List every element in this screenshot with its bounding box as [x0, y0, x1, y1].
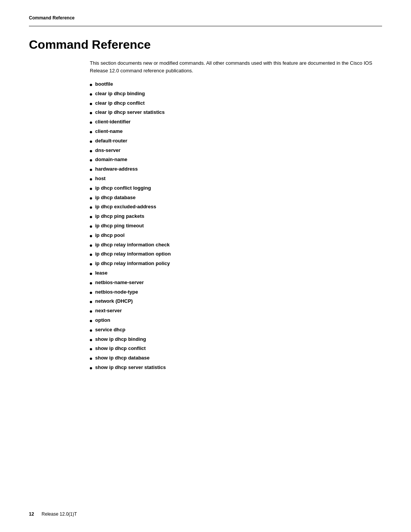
list-item: ip dhcp ping packets [90, 212, 382, 220]
bullet-icon [90, 367, 92, 369]
bullet-icon [90, 225, 92, 228]
list-item-text: netbios-node-type [95, 288, 138, 296]
list-item: dns-server [90, 147, 382, 155]
list-item: ip dhcp excluded-address [90, 203, 382, 211]
bullet-icon [90, 141, 92, 143]
list-item-text: show ip dhcp server statistics [95, 364, 166, 372]
list-item-text: clear ip dhcp conflict [95, 99, 145, 107]
bullet-icon [90, 131, 92, 133]
footer-page-number: 12 [29, 511, 34, 517]
list-item-text: ip dhcp relay information option [95, 250, 171, 258]
bullet-icon [90, 206, 92, 209]
bullet-icon [90, 235, 92, 237]
list-item: show ip dhcp conflict [90, 345, 382, 353]
bullet-icon [90, 121, 92, 124]
list-item: lease [90, 269, 382, 277]
bullet-icon [90, 329, 92, 332]
bullet-icon [90, 216, 92, 218]
list-item: ip dhcp ping timeout [90, 222, 382, 230]
list-item-text: domain-name [95, 156, 127, 164]
list-item-text: clear ip dhcp server statistics [95, 109, 165, 117]
bullet-icon [90, 320, 92, 322]
list-item-text: service dhcp [95, 326, 126, 334]
list-item-text: client-name [95, 128, 123, 136]
list-item-text: ip dhcp ping packets [95, 212, 144, 220]
bullet-list: bootfileclear ip dhcp bindingclear ip dh… [90, 80, 382, 372]
list-item: ip dhcp pool [90, 232, 382, 240]
list-item: show ip dhcp binding [90, 335, 382, 343]
footer-release: Release 12.0(1)T [41, 511, 77, 517]
list-item-text: ip dhcp excluded-address [95, 203, 156, 211]
list-item: ip dhcp conflict logging [90, 184, 382, 192]
bullet-icon [90, 112, 92, 114]
list-item-text: ip dhcp conflict logging [95, 184, 151, 192]
list-item: network (DHCP) [90, 297, 382, 305]
list-item: ip dhcp relay information policy [90, 260, 382, 268]
list-item-text: hardware-address [95, 165, 138, 173]
bullet-icon [90, 197, 92, 200]
bullet-icon [90, 358, 92, 360]
list-item: default-router [90, 137, 382, 145]
list-item-text: host [95, 175, 105, 183]
list-item: netbios-node-type [90, 288, 382, 296]
bullet-icon [90, 159, 92, 161]
list-item-text: default-router [95, 137, 127, 145]
list-item-text: show ip dhcp binding [95, 335, 146, 343]
list-item-text: client-identifier [95, 118, 131, 126]
list-item-text: option [95, 316, 110, 324]
list-item: ip dhcp relay information option [90, 250, 382, 258]
bullet-icon [90, 254, 92, 256]
list-item: hardware-address [90, 165, 382, 173]
bullet-icon [90, 188, 92, 190]
header-section: Command Reference [0, 0, 411, 26]
bullet-icon [90, 273, 92, 275]
list-item: clear ip dhcp binding [90, 90, 382, 98]
list-item-text: show ip dhcp database [95, 354, 150, 362]
list-item: host [90, 175, 382, 183]
list-item-text: show ip dhcp conflict [95, 345, 146, 353]
list-item-text: network (DHCP) [95, 297, 133, 305]
list-item: service dhcp [90, 326, 382, 334]
list-item: clear ip dhcp server statistics [90, 109, 382, 117]
list-item: ip dhcp database [90, 194, 382, 202]
main-content: Command Reference This section documents… [0, 26, 411, 388]
bullet-icon [90, 103, 92, 105]
list-item-text: lease [95, 269, 108, 277]
list-item-text: ip dhcp relay information policy [95, 260, 170, 268]
bullet-icon [90, 178, 92, 181]
list-item-text: netbios-name-server [95, 279, 144, 287]
list-item-text: ip dhcp ping timeout [95, 222, 144, 230]
list-item-text: bootfile [95, 80, 113, 88]
list-item: show ip dhcp database [90, 354, 382, 362]
list-item: next-server [90, 307, 382, 315]
bullet-icon [90, 310, 92, 313]
bullet-icon [90, 282, 92, 284]
list-item-text: clear ip dhcp binding [95, 90, 145, 98]
page-container: Command Reference Command Reference This… [0, 0, 411, 532]
list-item: option [90, 316, 382, 324]
bullet-icon [90, 348, 92, 350]
list-item-text: dns-server [95, 147, 120, 155]
list-item: domain-name [90, 156, 382, 164]
intro-text: This section documents new or modified c… [90, 59, 382, 74]
bullet-icon [90, 301, 92, 303]
bullet-icon [90, 93, 92, 96]
bullet-icon [90, 150, 92, 152]
list-item: clear ip dhcp conflict [90, 99, 382, 107]
list-item-text: next-server [95, 307, 122, 315]
footer-section: 12 Release 12.0(1)T [29, 511, 382, 517]
header-label: Command Reference [29, 15, 382, 21]
page-title: Command Reference [29, 38, 382, 52]
bullet-icon [90, 169, 92, 171]
list-item: bootfile [90, 80, 382, 88]
list-item: client-identifier [90, 118, 382, 126]
bullet-icon [90, 244, 92, 247]
list-item-text: ip dhcp pool [95, 232, 124, 240]
bullet-icon [90, 292, 92, 294]
list-item: netbios-name-server [90, 279, 382, 287]
list-item-text: ip dhcp database [95, 194, 135, 202]
bullet-icon [90, 84, 92, 86]
list-item: ip dhcp relay information check [90, 241, 382, 249]
list-item: client-name [90, 128, 382, 136]
bullet-icon [90, 339, 92, 341]
